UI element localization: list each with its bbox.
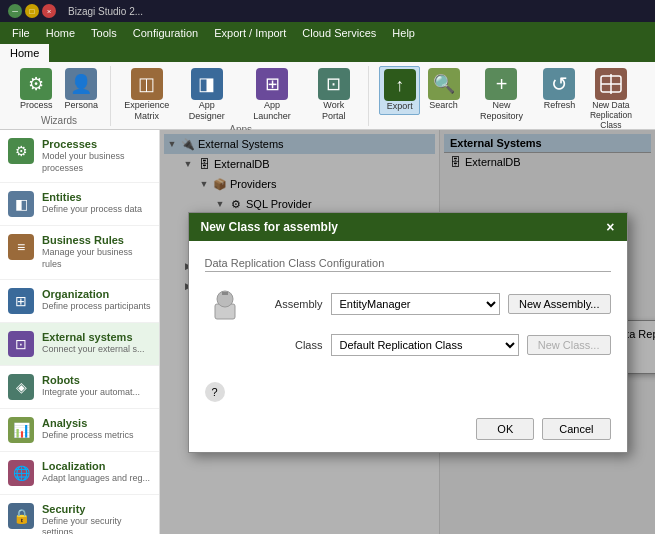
new-data-rep-label: New Data Replication Class xyxy=(587,100,635,131)
ribbon-btn-process[interactable]: ⚙ Process xyxy=(16,66,57,113)
left-sidebar: ⚙ Processes Model your business processe… xyxy=(0,130,160,534)
ribbon-btn-persona[interactable]: 👤 Persona xyxy=(61,66,103,113)
security-icon: 🔒 xyxy=(8,503,34,529)
assembly-select[interactable]: EntityManager xyxy=(331,293,501,315)
refresh-icon: ↺ xyxy=(543,68,575,100)
localization-desc: Adapt languages and reg... xyxy=(42,473,151,485)
ribbon-btn-work-portal[interactable]: ⊡ Work Portal xyxy=(307,66,360,124)
localization-title: Localization xyxy=(42,460,151,472)
menu-help[interactable]: Help xyxy=(384,25,423,41)
business-rules-desc: Manage your business rules xyxy=(42,247,151,270)
persona-btn-label: Persona xyxy=(65,100,99,111)
organization-title: Organization xyxy=(42,288,151,300)
app-designer-icon: ◨ xyxy=(191,68,223,100)
minimize-icon[interactable]: ─ xyxy=(8,4,22,18)
ribbon-btn-exp-matrix[interactable]: ◫ Experience Matrix xyxy=(121,66,172,124)
new-class-btn[interactable]: New Class... xyxy=(527,335,611,355)
class-select[interactable]: Default Replication Class xyxy=(331,334,519,356)
modal-row-assembly: Assembly EntityManager New Assembly... xyxy=(205,284,611,324)
modal-section-label: Data Replication Class Configuration xyxy=(205,257,611,272)
analysis-title: Analysis xyxy=(42,417,151,429)
exp-matrix-icon: ◫ xyxy=(131,68,163,100)
entities-icon: ◧ xyxy=(8,191,34,217)
robots-desc: Integrate your automat... xyxy=(42,387,151,399)
assembly-img xyxy=(205,284,245,324)
organization-icon: ⊞ xyxy=(8,288,34,314)
processes-title: Processes xyxy=(42,138,151,150)
work-portal-icon: ⊡ xyxy=(318,68,350,100)
modal-row-class: Class Default Replication Class New Clas… xyxy=(205,334,611,356)
modal-overlay: New Class for assembly × Data Replicatio… xyxy=(160,130,655,534)
ribbon-group-apps-items: ◫ Experience Matrix ◨ App Designer ⊞ App… xyxy=(121,66,360,124)
robots-icon: ◈ xyxy=(8,374,34,400)
search-icon: 🔍 xyxy=(428,68,460,100)
security-title: Security xyxy=(42,503,151,515)
ribbon-btn-search[interactable]: 🔍 Search xyxy=(424,66,463,113)
entities-desc: Define your process data xyxy=(42,204,151,216)
menu-cloud-services[interactable]: Cloud Services xyxy=(294,25,384,41)
modal-dialog: New Class for assembly × Data Replicatio… xyxy=(188,212,628,453)
ribbon-btn-new-repo[interactable]: + New Repository xyxy=(467,66,536,124)
modal-title: New Class for assembly xyxy=(201,220,338,234)
sidebar-item-entities[interactable]: ◧ Entities Define your process data xyxy=(0,183,159,226)
menu-file[interactable]: File xyxy=(4,25,38,41)
ribbon-btn-refresh[interactable]: ↺ Refresh xyxy=(540,66,579,113)
modal-ok-btn[interactable]: OK xyxy=(476,418,534,440)
modal-cancel-btn[interactable]: Cancel xyxy=(542,418,610,440)
sidebar-item-analysis[interactable]: 📊 Analysis Define process metrics xyxy=(0,409,159,452)
modal-close-btn[interactable]: × xyxy=(606,219,614,235)
sidebar-item-business-rules[interactable]: ≡ Business Rules Manage your business ru… xyxy=(0,226,159,279)
work-portal-label: Work Portal xyxy=(311,100,356,122)
ribbon-btn-export[interactable]: ↑ Export xyxy=(379,66,420,115)
organization-desc: Define process participants xyxy=(42,301,151,313)
app-designer-label: App Designer xyxy=(180,100,233,122)
ribbon-group-wizards: ⚙ Process 👤 Persona Wizards xyxy=(8,66,111,126)
ribbon-tab-home[interactable]: Home xyxy=(0,44,49,62)
export-label: Export xyxy=(387,101,413,112)
security-desc: Define your security settings xyxy=(42,516,151,534)
new-data-rep-icon xyxy=(595,68,627,100)
ribbon-btn-app-launcher[interactable]: ⊞ App Launcher xyxy=(241,66,303,124)
app-title: Bizagi Studio 2... xyxy=(68,6,143,17)
robots-title: Robots xyxy=(42,374,151,386)
process-btn-label: Process xyxy=(20,100,53,111)
menu-export-import[interactable]: Export / Import xyxy=(206,25,294,41)
maximize-icon[interactable]: □ xyxy=(25,4,39,18)
external-systems-desc: Connect your external s... xyxy=(42,344,151,356)
sidebar-item-localization[interactable]: 🌐 Localization Adapt languages and reg..… xyxy=(0,452,159,495)
new-assembly-btn[interactable]: New Assembly... xyxy=(508,294,611,314)
modal-body: Data Replication Class Configuration Ass… xyxy=(189,241,627,382)
main-layout: ⚙ Processes Model your business processe… xyxy=(0,130,655,534)
export-icon: ↑ xyxy=(384,69,416,101)
ribbon-btn-new-data-rep[interactable]: New Data Replication Class xyxy=(583,66,639,133)
close-icon[interactable]: × xyxy=(42,4,56,18)
processes-desc: Model your business processes xyxy=(42,151,151,174)
sidebar-item-processes[interactable]: ⚙ Processes Model your business processe… xyxy=(0,130,159,183)
processes-icon: ⚙ xyxy=(8,138,34,164)
app-launcher-icon: ⊞ xyxy=(256,68,288,100)
new-repo-icon: + xyxy=(485,68,517,100)
sidebar-item-organization[interactable]: ⊞ Organization Define process participan… xyxy=(0,280,159,323)
menu-tools[interactable]: Tools xyxy=(83,25,125,41)
refresh-label: Refresh xyxy=(544,100,576,111)
ribbon-group-wizards-label: Wizards xyxy=(41,115,77,126)
ribbon: Home ⚙ Process 👤 Persona Wizards ◫ E xyxy=(0,44,655,130)
menu-home[interactable]: Home xyxy=(38,25,83,41)
title-bar-left: ─ □ × Bizagi Studio 2... xyxy=(8,4,143,18)
title-bar: ─ □ × Bizagi Studio 2... xyxy=(0,0,655,22)
ribbon-group-wizards-items: ⚙ Process 👤 Persona xyxy=(16,66,102,113)
persona-icon: 👤 xyxy=(65,68,97,100)
sidebar-item-robots[interactable]: ◈ Robots Integrate your automat... xyxy=(0,366,159,409)
new-repo-label: New Repository xyxy=(471,100,532,122)
modal-help-icon[interactable]: ? xyxy=(205,382,225,402)
modal-bottom-row: ? xyxy=(189,382,627,410)
localization-icon: 🌐 xyxy=(8,460,34,486)
ribbon-tabs: Home xyxy=(0,44,655,62)
sidebar-item-external-systems[interactable]: ⊡ External systems Connect your external… xyxy=(0,323,159,366)
sidebar-item-security[interactable]: 🔒 Security Define your security settings xyxy=(0,495,159,534)
ribbon-btn-app-designer[interactable]: ◨ App Designer xyxy=(176,66,237,124)
entities-title: Entities xyxy=(42,191,151,203)
class-label: Class xyxy=(253,339,323,351)
menu-configuration[interactable]: Configuration xyxy=(125,25,206,41)
analysis-icon: 📊 xyxy=(8,417,34,443)
